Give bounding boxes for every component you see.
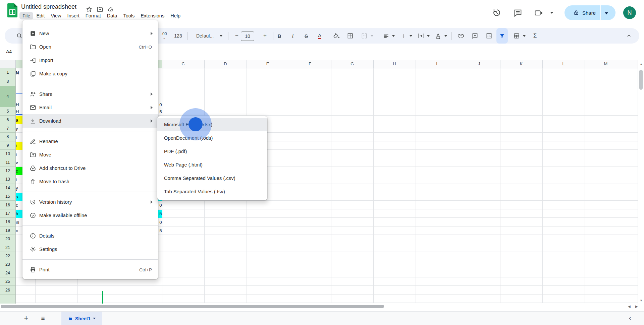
add-sheet-button[interactable]: + [21, 313, 31, 324]
row-header-10[interactable]: 10 [0, 150, 15, 158]
bold-button[interactable]: B [274, 28, 284, 44]
file-menu-item-print[interactable]: PrintCtrl+P [22, 263, 158, 276]
file-menu-item-download[interactable]: Download [22, 114, 158, 128]
font-family-select[interactable]: Defaul... [191, 28, 219, 44]
cell-fragment[interactable]: i [16, 133, 22, 141]
download-option-pdf[interactable]: PDF (.pdf) [157, 145, 267, 158]
menubar-item-tools[interactable]: Tools [120, 12, 138, 19]
cell-fragment[interactable]: 0 [158, 218, 162, 226]
file-menu-item-new[interactable]: New [22, 27, 158, 40]
cell-fragment[interactable]: a [16, 116, 22, 124]
file-menu-item-rename[interactable]: Rename [22, 135, 158, 148]
file-menu-item-make-a-copy[interactable]: Make a copy [22, 67, 158, 80]
filter-icon[interactable] [496, 28, 508, 44]
strikethrough-button[interactable]: S [301, 28, 311, 44]
cell-fragment[interactable]: h [16, 210, 22, 218]
share-button[interactable]: Share [565, 5, 615, 20]
column-header-I[interactable]: I [416, 60, 458, 68]
select-all-corner[interactable] [0, 60, 16, 68]
row-header-23[interactable]: 23 [0, 260, 15, 269]
scroll-down-icon[interactable]: ▼ [640, 299, 643, 302]
file-menu-item-open[interactable]: OpenCtrl+O [22, 40, 158, 54]
horizontal-scroll-thumb[interactable] [1, 305, 384, 308]
row-header-21[interactable]: 21 [0, 243, 15, 252]
name-box[interactable]: A4 [6, 49, 12, 54]
table-views-caret[interactable] [522, 28, 527, 44]
menubar-item-extensions[interactable]: Extensions [138, 12, 167, 19]
functions-button[interactable]: Σ [530, 28, 540, 44]
menubar-item-help[interactable]: Help [167, 12, 183, 19]
menubar-item-edit[interactable]: Edit [33, 12, 48, 19]
download-option-xlsx[interactable]: Microsoft Excel (.xlsx) [157, 118, 267, 131]
column-header-M[interactable]: M [585, 60, 627, 68]
sheet-tab-caret[interactable] [93, 318, 96, 319]
row-header-16[interactable]: 16 [0, 201, 15, 209]
column-header-K[interactable]: K [500, 60, 542, 68]
row-header-11[interactable]: 11 [0, 158, 15, 167]
all-sheets-button[interactable]: ≡ [38, 313, 48, 324]
increase-decimal-button[interactable]: .00 → [158, 28, 170, 44]
fill-color-icon[interactable] [331, 28, 342, 44]
column-header-H[interactable]: H [373, 60, 416, 68]
column-header-D[interactable]: D [204, 60, 247, 68]
cell-fragment[interactable]: 0 [158, 201, 162, 209]
column-header-L[interactable]: L [542, 60, 585, 68]
increase-font-size-button[interactable]: + [260, 28, 270, 44]
file-menu-item-settings[interactable]: Settings [22, 243, 158, 256]
download-option-csv[interactable]: Comma Separated Values (.csv) [157, 172, 267, 185]
row-header-20[interactable]: 20 [0, 235, 15, 243]
font-size-input[interactable]: 10 [241, 31, 254, 41]
row-header-18[interactable]: 18 [0, 218, 15, 226]
row-header-25[interactable]: 25 [0, 277, 15, 286]
cell-fragment[interactable]: 5 [158, 108, 162, 116]
horizontal-scrollbar[interactable]: ◀ ▶ [0, 304, 644, 311]
row-header-22[interactable]: 22 [0, 252, 15, 260]
cell-fragment[interactable]: 5 [158, 227, 162, 235]
decrease-font-size-button[interactable]: − [232, 28, 241, 44]
italic-button[interactable]: I [288, 28, 298, 44]
download-option-html[interactable]: Web Page (.html) [157, 158, 267, 172]
text-rotate-icon[interactable] [433, 28, 443, 44]
file-menu-item-share[interactable]: Share [22, 87, 158, 101]
cell-fragment[interactable]: 5 [158, 210, 162, 218]
row-header-1[interactable]: 1 [0, 68, 15, 77]
hide-toolbar-icon[interactable] [624, 28, 634, 44]
row-header-26[interactable]: 26 [0, 286, 15, 294]
sheets-logo-icon[interactable] [7, 3, 17, 17]
cell-fragment[interactable]: 0 [158, 86, 162, 109]
link-icon[interactable] [455, 28, 466, 44]
menubar-item-format[interactable]: Format [83, 12, 104, 19]
text-wrap-caret[interactable] [426, 28, 431, 44]
cell-fragment[interactable]: in [16, 218, 22, 226]
file-menu-item-move[interactable]: Move [22, 148, 158, 161]
font-family-caret[interactable] [219, 28, 223, 44]
column-header-C[interactable]: C [162, 60, 204, 68]
cell-fragment[interactable]: s [16, 193, 22, 201]
row-header-19[interactable]: 19 [0, 226, 15, 235]
file-menu-item-email[interactable]: Email [22, 101, 158, 114]
document-title[interactable]: Untitled spreadsheet [21, 3, 76, 10]
text-rotate-caret[interactable] [443, 28, 448, 44]
scroll-right-icon[interactable]: ▶ [635, 305, 638, 308]
row-header-7[interactable]: 7 [0, 124, 15, 133]
vertical-scrollbar[interactable]: ▲ ▼ [638, 60, 644, 311]
text-color-button[interactable]: A [315, 28, 325, 44]
row-header-13[interactable]: 13 [0, 175, 15, 184]
v-align-icon[interactable]: ↓ [398, 28, 409, 44]
row-header-24[interactable]: 24 [0, 269, 15, 277]
row-header-12[interactable]: 12 [0, 167, 15, 175]
cell-fragment[interactable]: c [16, 227, 22, 235]
row-header-4[interactable]: 4 [0, 86, 15, 107]
column-header-E[interactable]: E [247, 60, 289, 68]
column-header-J[interactable]: J [458, 60, 500, 68]
row-header-8[interactable]: 8 [0, 133, 15, 141]
table-views-icon[interactable] [511, 28, 522, 44]
column-header-G[interactable]: G [331, 60, 373, 68]
row-header-3[interactable]: 3 [0, 77, 15, 86]
account-avatar[interactable]: N [623, 6, 636, 19]
v-align-caret[interactable] [409, 28, 413, 44]
number-format-button[interactable]: 123 [172, 28, 184, 44]
download-option-ods[interactable]: OpenDocument (.ods) [157, 131, 267, 145]
menubar-item-view[interactable]: View [48, 12, 64, 19]
video-call-icon[interactable] [534, 8, 543, 17]
